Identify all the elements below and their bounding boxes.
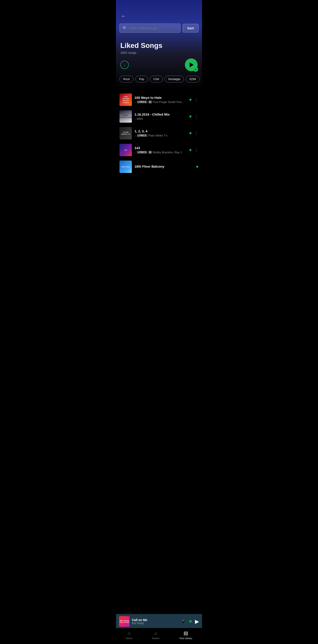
song-meta: ↓ LYRICS E Five Finger Death Pun... <box>134 100 186 104</box>
download-indicator: ↓ <box>134 134 136 137</box>
shuffle-badge: ⇄ <box>193 67 198 72</box>
search-nav-icon: ⌕ <box>154 630 157 636</box>
now-playing-play-icon[interactable]: ▶ <box>195 618 199 624</box>
header-section: ← 🔍 Sort Liked Songs 1902 songs ↓ ⇄ Rock <box>116 0 202 90</box>
now-playing-controls: 📱 ♥ ▶ <box>181 618 199 624</box>
play-button[interactable]: ⇄ <box>185 58 198 71</box>
song-actions: ♥ ⋮ <box>189 97 199 102</box>
song-actions: ♥ ⋮ <box>189 148 199 152</box>
now-playing-title: Call on Me <box>132 618 178 622</box>
nav-label-home: Home <box>126 637 132 640</box>
heart-icon[interactable]: ♥ <box>189 97 192 102</box>
song-cover: 143 <box>119 144 132 156</box>
song-artist: Bobby Brackins, Ray J <box>153 151 182 154</box>
table-row[interactable]: FIVE FINGER DEATH PUNCH 100 Ways to Hate… <box>116 91 202 108</box>
back-arrow-icon: ← <box>121 13 126 19</box>
song-artist: MitiS <box>137 117 143 120</box>
table-row[interactable]: 143 143 ↓ LYRICS E Bobby Brackins, Ray J… <box>116 142 202 158</box>
song-meta: ↓ LYRICS Plain White T's <box>134 134 186 137</box>
song-title: 100 Ways to Hate <box>134 96 186 100</box>
genre-chip-pop[interactable]: Pop <box>135 76 148 82</box>
heart-icon[interactable]: ♥ <box>189 114 192 119</box>
song-title: 18th Floor Balcony <box>134 164 193 168</box>
download-indicator: ↓ <box>134 151 136 154</box>
song-cover: FIVE FINGER DEATH PUNCH <box>119 94 132 106</box>
song-meta: ↓ LYRICS E Bobby Brackins, Ray J <box>134 151 186 154</box>
lyrics-badge: LYRICS <box>137 100 147 104</box>
back-button[interactable]: ← <box>119 12 127 20</box>
search-box[interactable]: 🔍 <box>119 24 181 33</box>
more-options-icon[interactable]: ⋮ <box>194 97 199 102</box>
home-icon: ⌂ <box>127 630 130 636</box>
now-playing-info: Call on Me Eric Prydz <box>132 618 178 625</box>
heart-icon[interactable]: ♥ <box>189 148 192 152</box>
genre-chip-chill[interactable]: Chill <box>150 76 163 82</box>
genre-filters: Rock Pop Chill Nostalgia EDM <box>116 76 202 82</box>
song-info: 18th Floor Balcony <box>134 164 193 169</box>
song-cover: PLAIN WHITE T'S <box>119 127 132 140</box>
nav-item-search[interactable]: ⌕ Search <box>152 630 160 640</box>
playlist-info: Liked Songs 1902 songs <box>116 42 202 54</box>
shuffle-icon: ⇄ <box>195 68 197 70</box>
search-sort-row: 🔍 Sort <box>116 24 202 33</box>
device-icon[interactable]: 📱 <box>181 619 186 624</box>
download-icon: ↓ <box>124 63 126 67</box>
song-title: 143 <box>134 146 186 150</box>
songs-list: FIVE FINGER DEATH PUNCH 100 Ways to Hate… <box>116 90 202 210</box>
table-row[interactable]: PLAIN WHITE T'S 1, 2, 3, 4 ↓ LYRICS Plai… <box>116 125 202 142</box>
song-info: 1, 2, 3, 4 ↓ LYRICS Plain White T's <box>134 129 186 137</box>
song-info: 100 Ways to Hate ↓ LYRICS E Five Finger … <box>134 96 186 104</box>
heart-icon[interactable]: ♥ <box>196 164 199 170</box>
now-playing-cover-text: ERIC PRYDZ CALL ON ME <box>119 620 130 623</box>
table-row[interactable]: MiTiS FOUNDATIONS 1.16.2016 - Chilled Mi… <box>116 108 202 125</box>
lyrics-badge: LYRICS <box>137 134 147 137</box>
song-artist: Five Finger Death Pun... <box>153 100 184 104</box>
more-options-icon[interactable]: ⋮ <box>194 148 199 152</box>
table-row[interactable]: 18th Floor 18th Floor Balcony ♥ <box>116 158 202 175</box>
song-count: 1902 songs <box>120 51 198 54</box>
song-title: 1.16.2016 - Chilled Mix <box>134 112 186 116</box>
more-options-icon[interactable]: ⋮ <box>194 131 199 136</box>
playlist-title: Liked Songs <box>120 42 198 50</box>
explicit-badge: E <box>148 100 152 104</box>
now-playing-bar[interactable]: ERIC PRYDZ CALL ON ME Call on Me Eric Pr… <box>116 614 202 629</box>
lyrics-badge: LYRICS <box>137 151 147 154</box>
bottom-nav: ⌂ Home ⌕ Search ▤ Your Library <box>116 628 202 644</box>
download-indicator: ↓ <box>134 100 136 104</box>
song-actions: ♥ ⋮ <box>189 131 199 136</box>
now-playing-cover: ERIC PRYDZ CALL ON ME <box>119 616 130 627</box>
search-input[interactable] <box>129 26 177 30</box>
genre-chip-edm[interactable]: EDM <box>186 76 200 82</box>
song-info: 1.16.2016 - Chilled Mix ↓ MitiS <box>134 112 186 120</box>
now-playing-heart-icon[interactable]: ♥ <box>189 619 192 624</box>
song-actions: ♥ ⋮ <box>189 114 199 119</box>
play-shuffle-group: ⇄ <box>185 58 198 71</box>
sort-button[interactable]: Sort <box>183 24 199 32</box>
genre-chip-nostalgia[interactable]: Nostalgia <box>165 76 184 82</box>
explicit-badge: E <box>148 151 152 154</box>
song-artist: Plain White T's <box>148 134 168 137</box>
more-options-icon[interactable]: ⋮ <box>194 114 199 119</box>
song-meta: ↓ MitiS <box>134 117 186 120</box>
search-icon: 🔍 <box>123 26 127 30</box>
download-all-button[interactable]: ↓ <box>120 61 129 69</box>
song-cover: 18th Floor <box>119 160 132 173</box>
play-icon <box>190 62 194 67</box>
now-playing-artist: Eric Prydz <box>132 622 178 625</box>
nav-item-home[interactable]: ⌂ Home <box>126 630 132 640</box>
library-icon: ▤ <box>184 630 188 636</box>
nav-label-library: Your Library <box>179 637 192 640</box>
heart-icon[interactable]: ♥ <box>189 131 192 136</box>
song-cover: MiTiS FOUNDATIONS <box>119 110 132 122</box>
song-title: 1, 2, 3, 4 <box>134 129 186 133</box>
genre-chip-rock[interactable]: Rock <box>119 76 134 82</box>
nav-item-library[interactable]: ▤ Your Library <box>179 630 192 640</box>
download-indicator: ↓ <box>134 117 136 120</box>
controls-row: ↓ ⇄ <box>116 58 202 71</box>
song-info: 143 ↓ LYRICS E Bobby Brackins, Ray J <box>134 146 186 154</box>
nav-label-search: Search <box>152 637 160 640</box>
song-actions: ♥ <box>196 164 199 170</box>
